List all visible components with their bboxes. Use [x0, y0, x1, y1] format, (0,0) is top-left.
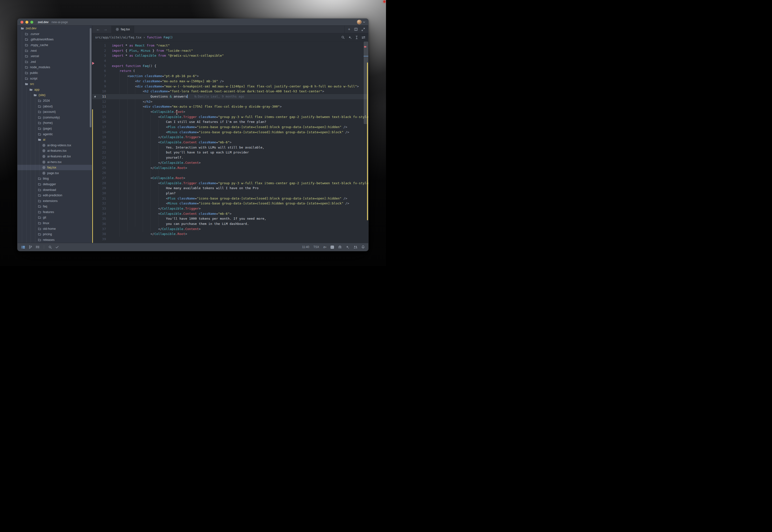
- file-tree-item-ai-blog-videos-tsx[interactable]: ai-blog-videos.tsx: [17, 142, 92, 148]
- new-tab-button[interactable]: +: [348, 27, 350, 32]
- navigate-forward-button[interactable]: →: [103, 27, 107, 32]
- chevron-down-icon[interactable]: [363, 21, 365, 23]
- split-pane-icon[interactable]: [354, 28, 358, 31]
- folder-tree-item-node-modules[interactable]: node_modules: [17, 65, 92, 70]
- minimize-window-button[interactable]: [25, 21, 28, 24]
- collab-icon[interactable]: [353, 246, 357, 249]
- code-line-10[interactable]: 10 <h2 className="font-lora font-medium …: [92, 89, 368, 94]
- file-tree-item-faq-tsx[interactable]: faq.tsx: [17, 165, 92, 170]
- code-line-30[interactable]: 30 plan?: [92, 191, 368, 196]
- code-line-13[interactable]: 13 <div className="mx-auto w-[75%] flex …: [92, 104, 368, 109]
- folder-tree-item-zed-dev[interactable]: zed.dev: [17, 26, 92, 31]
- git-branch-icon[interactable]: [29, 245, 32, 249]
- folder-tree-item-src[interactable]: src: [17, 81, 92, 87]
- code-line-9[interactable]: 9 <div className="max-w-(--breakpoint-sm…: [92, 84, 368, 89]
- folder-tree-item--next[interactable]: .next: [17, 48, 92, 53]
- folder-tree-item-extensions[interactable]: extensions: [17, 198, 92, 204]
- breadcrumb[interactable]: src/app/(site)/ai/faq.tsx › function Faq…: [92, 33, 368, 42]
- code-line-27[interactable]: 27 <Collapsible.Root>: [92, 176, 368, 181]
- code-line-15[interactable]: 15 <Collapsible.Trigger className="group…: [92, 115, 368, 120]
- breadcrumb-path[interactable]: src/app/(site)/ai/faq.tsx: [95, 35, 141, 39]
- code-line-11[interactable]: 11 Questions & answersDanilo Leal, 9 mon…: [92, 94, 368, 99]
- search-icon[interactable]: [341, 36, 345, 39]
- project-panel-icon[interactable]: [21, 246, 25, 249]
- code-line-18[interactable]: 18 <Minus className="icons-base group-da…: [92, 130, 368, 135]
- folder-tree-item-ai[interactable]: ai: [17, 137, 92, 143]
- folder-tree-item-faq[interactable]: faq: [17, 204, 92, 209]
- code-line-25[interactable]: 25 </Collapsible.Root>: [92, 166, 368, 171]
- folder-tree-item-releases[interactable]: releases: [17, 237, 92, 243]
- code-line-26[interactable]: 26: [92, 170, 368, 176]
- code-line-22[interactable]: 22 but you'll have to set up each LLM pr…: [92, 150, 368, 155]
- code-line-14[interactable]: 14 <Collapsible.Root>: [92, 109, 368, 115]
- zed-predict-icon[interactable]: z»: [323, 245, 326, 249]
- code-line-4[interactable]: 4: [92, 58, 368, 64]
- folder-tree-item--page-[interactable]: (page): [17, 126, 92, 132]
- code-editor[interactable]: 1import * as React from "react"2import {…: [92, 42, 368, 243]
- code-line-39[interactable]: 39: [92, 237, 368, 242]
- git-deleted-marker[interactable]: [92, 62, 94, 65]
- folder-tree-item-linux[interactable]: linux: [17, 220, 92, 226]
- code-line-34[interactable]: 34 <Collapsible.Content className="mb-6"…: [92, 211, 368, 216]
- terminal-icon[interactable]: ›_: [331, 246, 334, 249]
- search-icon[interactable]: [49, 246, 52, 249]
- file-tree-item-ai-features-alt-tsx[interactable]: ai-features-alt.tsx: [17, 154, 92, 159]
- code-line-2[interactable]: 2import { Plus, Minus } from "lucide-rea…: [92, 48, 368, 53]
- code-line-17[interactable]: 17 <Plus className="icons-base group-dat…: [92, 125, 368, 130]
- folder-tree-item-download[interactable]: download: [17, 187, 92, 193]
- folder-tree-item-blog[interactable]: blog: [17, 176, 92, 182]
- editor-scrollbar[interactable]: [364, 42, 368, 243]
- user-avatar[interactable]: [357, 20, 362, 24]
- folder-tree-item-public[interactable]: public: [17, 70, 92, 76]
- code-line-29[interactable]: 29 How many available tokens will I have…: [92, 186, 368, 191]
- title-bar[interactable]: zed.dev new-ai-page: [17, 19, 368, 26]
- project-name[interactable]: zed.dev: [38, 20, 49, 24]
- sparkles-icon[interactable]: [348, 36, 352, 39]
- code-line-37[interactable]: 37 </Collapsible.Content>: [92, 227, 368, 232]
- file-tree-item-page-tsx[interactable]: page.tsx: [17, 170, 92, 176]
- code-line-7[interactable]: 7 <section className="pt-0 pb-16 px-6">: [92, 74, 368, 79]
- code-line-31[interactable]: 31 <Plus className="icons-base group-dat…: [92, 196, 368, 201]
- folder-tree-item-edit-prediction[interactable]: edit-prediction: [17, 193, 92, 198]
- code-line-1[interactable]: 1import * as React from "react": [92, 43, 368, 48]
- folder-tree-item--mypy-cache[interactable]: .mypy_cache: [17, 42, 92, 48]
- check-icon[interactable]: [55, 246, 59, 249]
- code-line-28[interactable]: 28 <Collapsible.Trigger className="group…: [92, 181, 368, 186]
- folder-tree-item--community-[interactable]: (community): [17, 115, 92, 120]
- file-tree-item-ai-features-tsx[interactable]: ai-features.tsx: [17, 148, 92, 154]
- folder-tree-item--site-[interactable]: (site): [17, 92, 92, 98]
- folder-tree-item--about-[interactable]: (about): [17, 103, 92, 109]
- code-line-35[interactable]: 35 You'll have 1000 tokens per month. If…: [92, 216, 368, 221]
- code-line-38[interactable]: 38 </Collapsible.Root>: [92, 232, 368, 237]
- git-blame-inline[interactable]: Danilo Leal, 9 months ago: [194, 95, 244, 98]
- folder-tree-item--cursor[interactable]: .cursor: [17, 31, 92, 37]
- sidebar-scrollbar[interactable]: [90, 28, 91, 127]
- sparkles-icon[interactable]: [346, 245, 349, 249]
- code-line-20[interactable]: 20 <Collapsible.Content className="mb-6"…: [92, 140, 368, 145]
- folder-tree-item--github-workflows[interactable]: .github/workflows: [17, 37, 92, 42]
- ibeam-icon[interactable]: [355, 36, 358, 39]
- folder-tree-item--account-[interactable]: (account): [17, 109, 92, 115]
- zoom-window-button[interactable]: [30, 21, 33, 24]
- expand-icon[interactable]: [362, 28, 365, 31]
- code-line-32[interactable]: 32 <Minus className="icons-base group-da…: [92, 201, 368, 206]
- code-line-24[interactable]: 24 </Collapsible.Content>: [92, 160, 368, 166]
- folder-tree-item-git[interactable]: git: [17, 215, 92, 220]
- code-line-5[interactable]: 5export function Faq() {: [92, 64, 368, 69]
- code-line-33[interactable]: 33 </Collapsible.Trigger>: [92, 206, 368, 211]
- navigate-back-button[interactable]: ←: [96, 27, 100, 32]
- folder-tree-item-old-home[interactable]: old-home: [17, 226, 92, 232]
- code-line-3[interactable]: 3import * as Collapsible from "@radix-ui…: [92, 53, 368, 58]
- folder-tree-item-pricing[interactable]: pricing: [17, 232, 92, 237]
- folder-tree-item-2024[interactable]: 2024: [17, 98, 92, 104]
- code-line-6[interactable]: 6 return (: [92, 68, 368, 74]
- branch-name[interactable]: new-ai-page: [51, 20, 68, 24]
- folder-tree-item--home-[interactable]: (home): [17, 120, 92, 126]
- folder-tree-item-script[interactable]: script: [17, 76, 92, 81]
- folder-tree-item-agentic[interactable]: agentic: [17, 131, 92, 137]
- cursor-position[interactable]: 11:40: [302, 245, 309, 249]
- outline-icon[interactable]: [36, 246, 39, 249]
- bell-icon[interactable]: [362, 245, 365, 249]
- language-selector[interactable]: TSX: [313, 245, 319, 249]
- tab-faq-tsx[interactable]: faq.tsx: [112, 26, 134, 33]
